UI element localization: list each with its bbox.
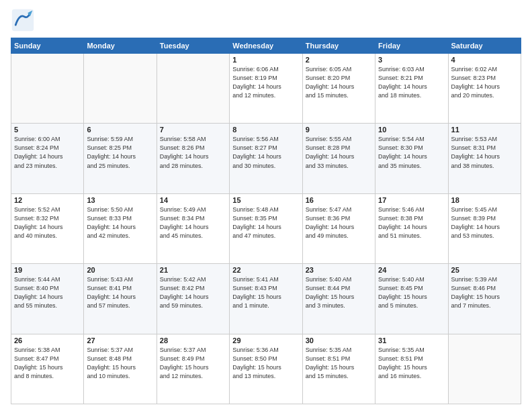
calendar-cell: 13Sunrise: 5:50 AM Sunset: 8:33 PM Dayli…: [84, 193, 157, 263]
calendar-table: SundayMondayTuesdayWednesdayThursdayFrid…: [11, 38, 521, 404]
weekday-header: Saturday: [448, 38, 521, 54]
day-number: 23: [306, 266, 372, 274]
day-number: 31: [378, 336, 445, 345]
calendar-cell: 2Sunrise: 6:05 AM Sunset: 8:20 PM Daylig…: [302, 54, 375, 124]
calendar-cell: 17Sunrise: 5:46 AM Sunset: 8:38 PM Dayli…: [375, 193, 448, 263]
calendar-cell: 16Sunrise: 5:47 AM Sunset: 8:36 PM Dayli…: [302, 193, 375, 263]
calendar-cell: 7Sunrise: 5:58 AM Sunset: 8:26 PM Daylig…: [157, 124, 229, 193]
day-number: 5: [14, 126, 81, 134]
weekday-header: Friday: [375, 38, 448, 54]
cell-text: Sunrise: 5:42 AM Sunset: 8:42 PM Dayligh…: [160, 275, 226, 310]
day-number: 24: [378, 266, 445, 274]
logo-icon: [11, 8, 35, 32]
day-number: 3: [378, 56, 445, 64]
cell-text: Sunrise: 6:02 AM Sunset: 8:23 PM Dayligh…: [451, 65, 518, 100]
cell-text: Sunrise: 5:55 AM Sunset: 8:28 PM Dayligh…: [306, 135, 372, 170]
calendar-cell: 21Sunrise: 5:42 AM Sunset: 8:42 PM Dayli…: [157, 264, 229, 334]
cell-text: Sunrise: 6:00 AM Sunset: 8:24 PM Dayligh…: [14, 135, 81, 170]
calendar-week-row: 1Sunrise: 6:06 AM Sunset: 8:19 PM Daylig…: [11, 54, 521, 124]
weekday-row: SundayMondayTuesdayWednesdayThursdayFrid…: [11, 38, 521, 54]
day-number: 9: [306, 126, 372, 134]
cell-text: Sunrise: 5:44 AM Sunset: 8:40 PM Dayligh…: [14, 275, 81, 310]
day-number: 14: [160, 196, 226, 204]
calendar-cell: 28Sunrise: 5:37 AM Sunset: 8:49 PM Dayli…: [157, 334, 229, 404]
cell-text: Sunrise: 5:48 AM Sunset: 8:35 PM Dayligh…: [232, 205, 299, 240]
day-number: 26: [14, 336, 81, 345]
day-number: 20: [87, 266, 153, 274]
cell-text: Sunrise: 5:38 AM Sunset: 8:47 PM Dayligh…: [14, 346, 81, 381]
cell-text: Sunrise: 5:39 AM Sunset: 8:46 PM Dayligh…: [451, 275, 518, 310]
day-number: 10: [378, 126, 445, 134]
cell-text: Sunrise: 5:53 AM Sunset: 8:31 PM Dayligh…: [451, 135, 518, 170]
cell-text: Sunrise: 5:56 AM Sunset: 8:27 PM Dayligh…: [232, 135, 299, 170]
cell-text: Sunrise: 5:40 AM Sunset: 8:45 PM Dayligh…: [378, 275, 445, 310]
calendar-cell: 9Sunrise: 5:55 AM Sunset: 8:28 PM Daylig…: [302, 124, 375, 193]
calendar-cell: 31Sunrise: 5:35 AM Sunset: 8:51 PM Dayli…: [375, 334, 448, 404]
calendar-cell: 23Sunrise: 5:40 AM Sunset: 8:44 PM Dayli…: [302, 264, 375, 334]
cell-text: Sunrise: 5:37 AM Sunset: 8:48 PM Dayligh…: [87, 346, 153, 381]
calendar-week-row: 12Sunrise: 5:52 AM Sunset: 8:32 PM Dayli…: [11, 193, 521, 263]
calendar-cell: 24Sunrise: 5:40 AM Sunset: 8:45 PM Dayli…: [375, 264, 448, 334]
weekday-header: Sunday: [11, 38, 84, 54]
calendar-cell: 11Sunrise: 5:53 AM Sunset: 8:31 PM Dayli…: [448, 124, 521, 193]
calendar-week-row: 26Sunrise: 5:38 AM Sunset: 8:47 PM Dayli…: [11, 334, 521, 404]
calendar-cell: [84, 54, 157, 124]
day-number: 2: [306, 56, 372, 64]
day-number: 29: [232, 336, 299, 345]
cell-text: Sunrise: 5:43 AM Sunset: 8:41 PM Dayligh…: [87, 275, 153, 310]
calendar-header: SundayMondayTuesdayWednesdayThursdayFrid…: [11, 38, 521, 54]
cell-text: Sunrise: 5:45 AM Sunset: 8:39 PM Dayligh…: [451, 205, 518, 240]
calendar-cell: 3Sunrise: 6:03 AM Sunset: 8:21 PM Daylig…: [375, 54, 448, 124]
calendar-cell: 20Sunrise: 5:43 AM Sunset: 8:41 PM Dayli…: [84, 264, 157, 334]
day-number: 19: [14, 266, 81, 274]
day-number: 17: [378, 196, 445, 204]
calendar-cell: 15Sunrise: 5:48 AM Sunset: 8:35 PM Dayli…: [230, 193, 302, 263]
calendar-cell: 4Sunrise: 6:02 AM Sunset: 8:23 PM Daylig…: [448, 54, 521, 124]
cell-text: Sunrise: 6:03 AM Sunset: 8:21 PM Dayligh…: [378, 65, 445, 100]
day-number: 4: [451, 56, 518, 64]
calendar-cell: [448, 334, 521, 404]
cell-text: Sunrise: 5:41 AM Sunset: 8:43 PM Dayligh…: [232, 275, 299, 310]
calendar-cell: 12Sunrise: 5:52 AM Sunset: 8:32 PM Dayli…: [11, 193, 84, 263]
cell-text: Sunrise: 5:58 AM Sunset: 8:26 PM Dayligh…: [160, 135, 226, 170]
day-number: 16: [306, 196, 372, 204]
day-number: 8: [232, 126, 299, 134]
day-number: 18: [451, 196, 518, 204]
calendar-cell: 14Sunrise: 5:49 AM Sunset: 8:34 PM Dayli…: [157, 193, 229, 263]
calendar-cell: 8Sunrise: 5:56 AM Sunset: 8:27 PM Daylig…: [230, 124, 302, 193]
day-number: 12: [14, 196, 81, 204]
cell-text: Sunrise: 5:36 AM Sunset: 8:50 PM Dayligh…: [232, 346, 299, 381]
cell-text: Sunrise: 5:54 AM Sunset: 8:30 PM Dayligh…: [378, 135, 445, 170]
weekday-header: Tuesday: [157, 38, 229, 54]
calendar-cell: 5Sunrise: 6:00 AM Sunset: 8:24 PM Daylig…: [11, 124, 84, 193]
cell-text: Sunrise: 5:50 AM Sunset: 8:33 PM Dayligh…: [87, 205, 153, 240]
calendar-cell: 22Sunrise: 5:41 AM Sunset: 8:43 PM Dayli…: [230, 264, 302, 334]
day-number: 25: [451, 266, 518, 274]
day-number: 27: [87, 336, 153, 345]
day-number: 1: [232, 56, 299, 64]
cell-text: Sunrise: 6:05 AM Sunset: 8:20 PM Dayligh…: [306, 65, 372, 100]
cell-text: Sunrise: 6:06 AM Sunset: 8:19 PM Dayligh…: [232, 65, 299, 100]
header: [11, 8, 521, 32]
calendar-cell: 27Sunrise: 5:37 AM Sunset: 8:48 PM Dayli…: [84, 334, 157, 404]
day-number: 21: [160, 266, 226, 274]
calendar-week-row: 5Sunrise: 6:00 AM Sunset: 8:24 PM Daylig…: [11, 124, 521, 193]
day-number: 13: [87, 196, 153, 204]
day-number: 6: [87, 126, 153, 134]
day-number: 11: [451, 126, 518, 134]
cell-text: Sunrise: 5:49 AM Sunset: 8:34 PM Dayligh…: [160, 205, 226, 240]
calendar-cell: 29Sunrise: 5:36 AM Sunset: 8:50 PM Dayli…: [230, 334, 302, 404]
day-number: 28: [160, 336, 226, 345]
calendar-week-row: 19Sunrise: 5:44 AM Sunset: 8:40 PM Dayli…: [11, 264, 521, 334]
calendar-cell: 1Sunrise: 6:06 AM Sunset: 8:19 PM Daylig…: [230, 54, 302, 124]
cell-text: Sunrise: 5:59 AM Sunset: 8:25 PM Dayligh…: [87, 135, 153, 170]
calendar-cell: 26Sunrise: 5:38 AM Sunset: 8:47 PM Dayli…: [11, 334, 84, 404]
logo-area: [11, 8, 38, 32]
day-number: 30: [306, 336, 372, 345]
calendar-cell: 25Sunrise: 5:39 AM Sunset: 8:46 PM Dayli…: [448, 264, 521, 334]
calendar-cell: 18Sunrise: 5:45 AM Sunset: 8:39 PM Dayli…: [448, 193, 521, 263]
calendar-cell: [11, 54, 84, 124]
cell-text: Sunrise: 5:52 AM Sunset: 8:32 PM Dayligh…: [14, 205, 81, 240]
calendar-cell: [157, 54, 229, 124]
cell-text: Sunrise: 5:35 AM Sunset: 8:51 PM Dayligh…: [378, 346, 445, 381]
